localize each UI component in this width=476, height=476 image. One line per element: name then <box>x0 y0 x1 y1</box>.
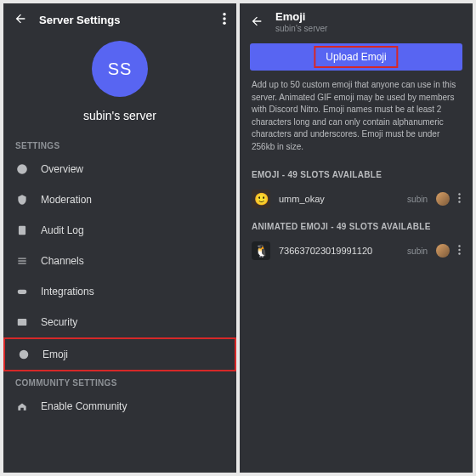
menu-label: Security <box>41 316 77 328</box>
menu-overview[interactable]: Overview <box>3 154 236 184</box>
menu-label: Overview <box>41 163 83 175</box>
owner-avatar <box>436 244 450 258</box>
more-icon[interactable] <box>458 193 461 205</box>
emoji-thumbnail: 🙂 <box>252 190 270 208</box>
menu-audit[interactable]: Audit Log <box>3 215 236 246</box>
svg-rect-6 <box>18 260 26 261</box>
emoji-slots-label: EMOJI - 49 SLOTS AVAILABLE <box>240 162 473 184</box>
lock-icon <box>15 316 29 328</box>
emoji-owner: subin <box>407 246 428 256</box>
emoji-description: Add up to 50 custom emoji that anyone ca… <box>240 79 473 162</box>
server-avatar: SS <box>92 41 148 97</box>
community-menu: Enable Community <box>3 391 236 422</box>
more-icon[interactable] <box>223 13 226 26</box>
svg-rect-4 <box>19 226 26 235</box>
svg-point-2 <box>223 22 226 26</box>
emoji-owner: subin <box>407 195 428 204</box>
upload-emoji-button[interactable]: Upload Emoji <box>250 43 462 71</box>
server-name: subin's server <box>83 109 156 122</box>
header-title: Emoji <box>275 10 462 23</box>
emoji-row[interactable]: 🙂 umm_okay subin <box>240 184 473 213</box>
emoji-name: 736637023019991120 <box>279 246 399 256</box>
menu-label: Emoji <box>42 348 68 360</box>
emoji-panel: Emoji subin's server Upload Emoji Add up… <box>240 3 473 473</box>
back-icon[interactable] <box>14 12 27 27</box>
info-icon <box>15 163 29 175</box>
menu-integrations[interactable]: Integrations <box>3 276 236 307</box>
svg-point-10 <box>20 350 29 360</box>
header: Server Settings <box>3 3 236 36</box>
header-subtitle: subin's server <box>275 24 462 33</box>
svg-point-12 <box>458 197 460 199</box>
svg-point-0 <box>223 13 226 16</box>
svg-point-13 <box>458 201 460 202</box>
section-community-label: COMMUNITY SETTINGS <box>3 371 236 391</box>
header: Emoji subin's server <box>240 3 473 40</box>
community-icon <box>15 400 29 412</box>
menu-label: Enable Community <box>41 400 127 412</box>
menu-moderation[interactable]: Moderation <box>3 184 236 215</box>
menu-channels[interactable]: Channels <box>3 246 236 276</box>
emoji-name: umm_okay <box>279 194 399 204</box>
emoji-icon <box>17 348 31 360</box>
svg-point-16 <box>458 252 460 254</box>
svg-point-11 <box>458 193 460 195</box>
shield-icon <box>15 194 29 206</box>
controller-icon <box>15 286 29 298</box>
menu-enable-community[interactable]: Enable Community <box>3 391 236 422</box>
svg-point-3 <box>17 164 27 174</box>
svg-point-14 <box>458 245 460 246</box>
menu-label: Channels <box>41 255 84 267</box>
svg-rect-7 <box>18 263 26 264</box>
menu-label: Integrations <box>41 286 94 298</box>
svg-point-15 <box>458 249 460 251</box>
menu-emoji[interactable]: Emoji <box>3 337 236 371</box>
server-settings-panel: Server Settings SS subin's server SETTIN… <box>3 3 236 473</box>
svg-rect-8 <box>18 290 27 294</box>
emoji-thumbnail: 🐧 <box>252 241 270 260</box>
menu-label: Moderation <box>41 194 92 206</box>
svg-point-1 <box>223 17 226 20</box>
server-avatar-block: SS subin's server <box>3 36 236 134</box>
menu-security[interactable]: Security <box>3 307 236 337</box>
emoji-row[interactable]: 🐧 736637023019991120 subin <box>240 236 473 265</box>
animated-slots-label: ANIMATED EMOJI - 49 SLOTS AVAILABLE <box>240 213 473 236</box>
back-icon[interactable] <box>250 14 264 30</box>
section-settings-label: SETTINGS <box>3 134 236 154</box>
owner-avatar <box>436 192 450 206</box>
header-title: Server Settings <box>39 14 211 26</box>
more-icon[interactable] <box>458 245 461 257</box>
svg-rect-5 <box>18 258 26 259</box>
clipboard-icon <box>15 224 29 236</box>
list-icon <box>15 255 29 267</box>
svg-rect-9 <box>18 319 27 326</box>
upload-label: Upload Emoji <box>326 51 386 63</box>
menu-label: Audit Log <box>41 224 84 236</box>
settings-menu: Overview Moderation Audit Log Channels I… <box>3 154 236 371</box>
